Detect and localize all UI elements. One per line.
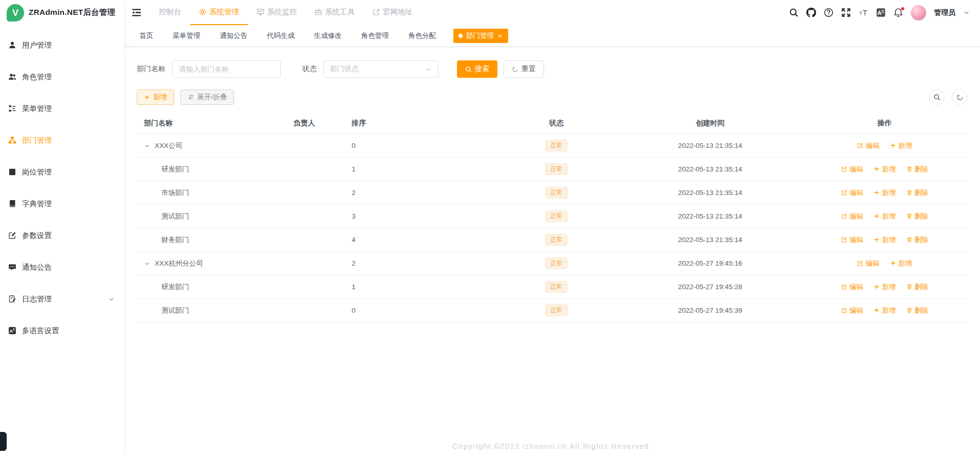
table-row: 研发部门 1 正常 2022-05-13 21:35:14 编辑 新增 <box>137 158 968 181</box>
edit-link[interactable]: 编辑 <box>841 306 864 315</box>
add-link[interactable]: 新增 <box>873 188 896 198</box>
sidebar-item[interactable]: A文 多语言设置 <box>0 315 124 346</box>
search-button[interactable]: 搜索 <box>457 60 497 78</box>
delete-link[interactable]: 删除 <box>906 212 929 221</box>
page-tab[interactable]: 角色分配 <box>406 29 438 43</box>
sidebar-item-label: 字典管理 <box>22 199 52 209</box>
sidebar-item[interactable]: 字典管理 <box>0 188 124 220</box>
table-row: 测试部门 0 正常 2022-05-27 19:45:39 编辑 新增 <box>137 299 968 322</box>
add-link[interactable]: 新增 <box>873 306 896 315</box>
main-content: 部门名称 状态 部门状态 搜索 重置 新增 展开/折叠 <box>124 47 980 456</box>
edit-icon <box>841 307 848 314</box>
edit-link[interactable]: 编辑 <box>841 188 864 198</box>
add-link[interactable]: 新增 <box>890 141 912 150</box>
sidebar-menu: 用户管理 角色管理 菜单管理 部门管理 <box>0 25 124 346</box>
menu-tree-icon <box>8 104 16 113</box>
plus-icon <box>890 260 896 267</box>
edit-link[interactable]: 编辑 <box>841 165 864 174</box>
sidebar-item[interactable]: 岗位管理 <box>0 156 124 188</box>
user-avatar[interactable] <box>911 5 926 20</box>
sidebar-item[interactable]: 部门管理 <box>0 124 124 156</box>
edit-link[interactable]: 编辑 <box>841 283 864 292</box>
edit-link[interactable]: 编辑 <box>841 212 864 221</box>
sidebar-item-label: 多语言设置 <box>22 326 59 336</box>
sidebar-item[interactable]: 用户管理 <box>0 29 124 61</box>
edit-link[interactable]: 编辑 <box>857 141 880 150</box>
edit-link[interactable]: 编辑 <box>857 259 880 268</box>
sidebar-item-label: 角色管理 <box>22 72 52 82</box>
add-link[interactable]: 新增 <box>873 283 896 292</box>
page-tab[interactable]: 生成修改 <box>312 29 344 43</box>
nav-item[interactable]: 系统监控 <box>248 0 306 25</box>
nav-item[interactable]: 系统管理 <box>190 0 248 25</box>
chevron-down-icon <box>425 66 432 73</box>
dictionary-icon <box>8 200 16 208</box>
fullscreen-icon[interactable] <box>841 8 851 17</box>
translate-icon[interactable]: A文 <box>876 8 886 17</box>
expand-caret-icon[interactable] <box>144 143 150 149</box>
dept-name: XXX公司 <box>155 141 182 150</box>
page-tab[interactable]: 通知公告 <box>218 29 249 43</box>
help-icon[interactable] <box>824 8 833 17</box>
table-tools <box>929 89 968 105</box>
search-icon[interactable] <box>789 8 799 17</box>
sidebar-item-label: 日志管理 <box>22 294 52 304</box>
edit-link[interactable]: 编辑 <box>841 235 864 245</box>
nav-item[interactable]: 系统工具 <box>306 0 364 25</box>
page-tab[interactable]: 角色管理 <box>359 29 391 43</box>
tab-label: 角色管理 <box>361 31 389 40</box>
sidebar-item-label: 通知公告 <box>22 263 52 272</box>
page-tab[interactable]: 菜单管理 <box>171 29 202 43</box>
user-name[interactable]: 管理员 <box>934 8 955 17</box>
delete-link[interactable]: 删除 <box>906 306 929 315</box>
nav-item[interactable]: 控制台 <box>150 0 190 25</box>
add-link[interactable]: 新增 <box>890 259 912 268</box>
app-logo[interactable]: V ZRAdmin.NET后台管理 <box>0 0 124 25</box>
dept-name: 市场部门 <box>161 188 189 198</box>
filter-bar: 部门名称 状态 部门状态 搜索 重置 <box>137 60 968 78</box>
column-header: 排序 <box>344 119 494 128</box>
delete-trash-icon <box>906 166 913 172</box>
theme-drawer-handle[interactable] <box>0 432 7 451</box>
expand-collapse-button[interactable]: 展开/折叠 <box>180 90 234 105</box>
expand-caret-icon[interactable] <box>144 260 150 267</box>
sidebar-item[interactable]: 角色管理 <box>0 61 124 93</box>
add-link[interactable]: 新增 <box>873 212 896 221</box>
delete-trash-icon <box>906 189 913 196</box>
page-tab[interactable]: 部门管理 <box>453 29 508 43</box>
add-link[interactable]: 新增 <box>873 235 896 245</box>
delete-link[interactable]: 删除 <box>906 188 929 198</box>
collapse-sidebar-icon[interactable] <box>131 7 142 18</box>
delete-link[interactable]: 删除 <box>906 235 929 245</box>
search-icon <box>465 66 472 73</box>
add-button[interactable]: 新增 <box>137 90 174 105</box>
tab-label: 首页 <box>139 31 153 40</box>
sidebar-item[interactable]: 菜单管理 <box>0 93 124 124</box>
status-select[interactable]: 部门状态 <box>323 60 439 78</box>
notification-bell-icon[interactable] <box>893 8 903 17</box>
sidebar-item-label: 菜单管理 <box>22 104 52 114</box>
app-title: ZRAdmin.NET后台管理 <box>29 7 115 18</box>
gear-icon <box>199 8 206 16</box>
github-icon[interactable] <box>806 8 816 17</box>
close-icon[interactable] <box>497 33 503 39</box>
delete-link[interactable]: 删除 <box>906 165 929 174</box>
reset-button[interactable]: 重置 <box>504 60 544 78</box>
table-row: 研发部门 1 正常 2022-05-27 19:45:28 编辑 新增 <box>137 275 968 299</box>
column-header: 状态 <box>494 119 618 128</box>
dept-name-input[interactable] <box>172 60 281 78</box>
show-search-button[interactable] <box>929 89 945 105</box>
table-row: 市场部门 2 正常 2022-05-13 21:35:14 编辑 新增 <box>137 181 968 205</box>
sidebar-item[interactable]: 通知公告 <box>0 251 124 283</box>
page-tab[interactable]: 首页 <box>137 29 155 43</box>
refresh-button[interactable] <box>952 89 968 105</box>
add-link[interactable]: 新增 <box>873 165 896 174</box>
delete-link[interactable]: 删除 <box>906 283 929 292</box>
nav-item[interactable]: 官网地址 <box>364 0 422 25</box>
page-tab[interactable]: 代码生成 <box>265 29 297 43</box>
sidebar-item[interactable]: 日志管理 <box>0 283 124 315</box>
dept-name: 测试部门 <box>161 212 189 221</box>
font-size-icon[interactable]: TT <box>859 8 868 17</box>
chevron-down-icon[interactable] <box>963 9 970 16</box>
sidebar-item[interactable]: 参数设置 <box>0 220 124 251</box>
